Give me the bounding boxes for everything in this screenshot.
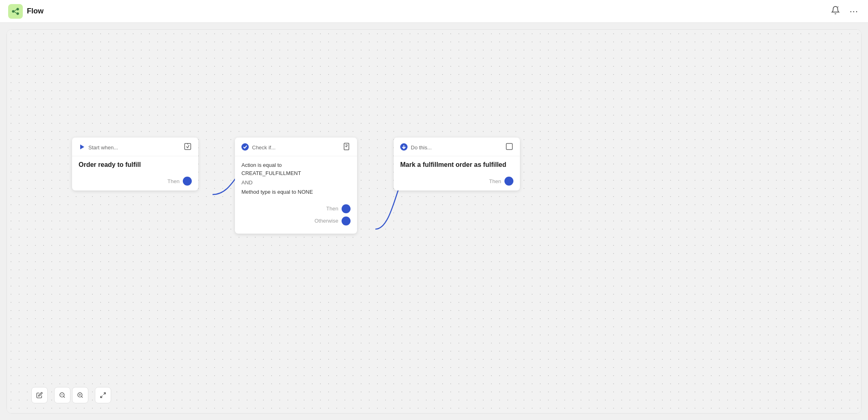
- canvas-area: Start when... Order ready to fulfill The…: [7, 30, 861, 413]
- start-node-title: Order ready to fulfill: [79, 161, 192, 168]
- action-connector-dot[interactable]: [504, 177, 513, 186]
- start-node-body: Order ready to fulfill: [72, 156, 198, 173]
- more-options-icon[interactable]: ···: [848, 4, 860, 18]
- svg-point-0: [12, 10, 15, 13]
- start-node: Start when... Order ready to fulfill The…: [72, 138, 198, 190]
- app-logo: [8, 4, 23, 19]
- check-otherwise-label: Otherwise: [314, 218, 338, 224]
- svg-line-19: [81, 396, 83, 398]
- check-node-header: Check if...: [235, 138, 357, 156]
- connections-svg: [7, 30, 861, 413]
- action-node-title: Mark a fulfillment order as fulfilled: [400, 161, 513, 168]
- svg-point-1: [17, 8, 19, 10]
- action-node-header-left: Do this...: [400, 143, 432, 152]
- action-node-body: Mark a fulfillment order as fulfilled: [394, 156, 520, 173]
- svg-line-4: [14, 11, 17, 13]
- edit-button[interactable]: [31, 387, 48, 403]
- action-then-label: Then: [489, 178, 501, 184]
- check-node-icon: [342, 142, 351, 153]
- canvas-toolbar: [31, 387, 111, 403]
- check-condition-line1: Action is equal to CREATE_FULFILLMENT: [241, 161, 351, 177]
- start-then-label: Then: [167, 178, 180, 184]
- check-node-body: Action is equal to CREATE_FULFILLMENT AN…: [235, 156, 357, 201]
- check-node-label: Check if...: [252, 144, 276, 151]
- header-left: Flow: [8, 4, 44, 19]
- check-then-row: Then: [241, 204, 351, 213]
- check-otherwise-row: Otherwise: [241, 217, 351, 225]
- action-arrow-icon: [400, 143, 408, 152]
- start-node-header: Start when...: [72, 138, 198, 156]
- action-node-icon: [505, 142, 513, 153]
- check-then-label: Then: [326, 206, 338, 212]
- start-node-label: Start when...: [88, 144, 118, 151]
- header: Flow ···: [0, 0, 868, 23]
- check-node-footer: Then Otherwise: [235, 201, 357, 234]
- svg-point-9: [241, 143, 249, 151]
- check-then-dot[interactable]: [342, 204, 351, 213]
- check-and-label: AND: [241, 179, 351, 186]
- action-node-header: Do this...: [394, 138, 520, 156]
- start-node-icon: [184, 142, 192, 153]
- svg-line-23: [101, 396, 103, 398]
- svg-point-2: [17, 12, 19, 15]
- main-container: Start when... Order ready to fulfill The…: [7, 29, 861, 413]
- header-right: ···: [829, 4, 860, 18]
- bell-icon[interactable]: [829, 4, 842, 18]
- check-arrow-icon: [241, 143, 249, 152]
- svg-rect-14: [506, 144, 513, 150]
- check-node: Check if... Action is equal to CREATE_FU…: [235, 138, 357, 234]
- svg-line-16: [64, 396, 65, 398]
- check-node-header-left: Check if...: [241, 143, 276, 152]
- app-title: Flow: [27, 7, 44, 15]
- zoom-out-button[interactable]: [54, 387, 70, 403]
- check-otherwise-dot[interactable]: [342, 217, 351, 225]
- action-node-footer: Then: [394, 173, 520, 190]
- action-node-label: Do this...: [411, 144, 432, 151]
- start-node-header-left: Start when...: [79, 144, 118, 152]
- svg-marker-6: [80, 144, 84, 149]
- play-icon: [79, 144, 85, 152]
- svg-line-22: [103, 393, 105, 395]
- start-node-footer: Then: [72, 173, 198, 190]
- zoom-in-button[interactable]: [72, 387, 88, 403]
- collapse-button[interactable]: [95, 387, 111, 403]
- action-node: Do this... Mark a fulfillment order as f…: [394, 138, 520, 190]
- start-connector-dot[interactable]: [183, 177, 192, 186]
- check-condition-line3: Method type is equal to NONE: [241, 188, 351, 196]
- svg-line-3: [14, 9, 17, 11]
